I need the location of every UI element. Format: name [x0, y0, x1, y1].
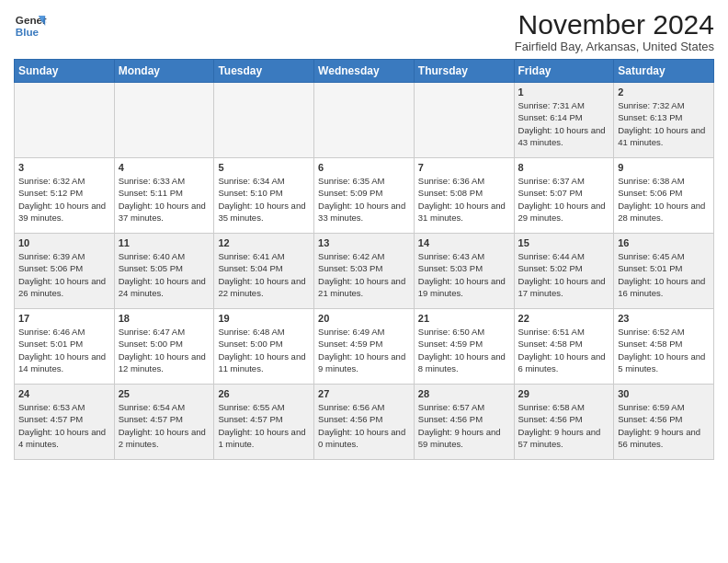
table-row: 15Sunrise: 6:44 AMSunset: 5:02 PMDayligh…	[514, 234, 614, 309]
table-row: 17Sunrise: 6:46 AMSunset: 5:01 PMDayligh…	[15, 309, 115, 385]
day-number: 11	[119, 237, 210, 248]
col-sunday: Sunday	[15, 60, 115, 83]
table-row: 6Sunrise: 6:35 AMSunset: 5:09 PMDaylight…	[314, 158, 415, 234]
table-row: 25Sunrise: 6:54 AMSunset: 4:57 PMDayligh…	[114, 385, 214, 460]
day-info: Sunrise: 6:47 AMSunset: 5:00 PMDaylight:…	[119, 326, 210, 374]
day-info: Sunrise: 6:37 AMSunset: 5:07 PMDaylight:…	[518, 175, 610, 224]
table-row: 18Sunrise: 6:47 AMSunset: 5:00 PMDayligh…	[114, 309, 214, 385]
day-number: 21	[418, 313, 510, 324]
day-info: Sunrise: 6:52 AMSunset: 4:58 PMDaylight:…	[618, 326, 710, 374]
day-info: Sunrise: 6:44 AMSunset: 5:02 PMDaylight:…	[518, 250, 610, 299]
month-title: November 2024	[515, 9, 714, 40]
col-wednesday: Wednesday	[314, 60, 415, 83]
table-row: 12Sunrise: 6:41 AMSunset: 5:04 PMDayligh…	[214, 234, 314, 309]
day-number: 27	[318, 388, 410, 399]
logo: General Blue	[14, 9, 47, 42]
table-row: 27Sunrise: 6:56 AMSunset: 4:56 PMDayligh…	[314, 385, 415, 460]
location: Fairfield Bay, Arkansas, United States	[515, 40, 714, 53]
logo-icon: General Blue	[14, 9, 47, 42]
table-row: 13Sunrise: 6:42 AMSunset: 5:03 PMDayligh…	[314, 234, 415, 309]
day-info: Sunrise: 6:55 AMSunset: 4:57 PMDaylight:…	[218, 401, 310, 450]
day-info: Sunrise: 6:53 AMSunset: 4:57 PMDaylight:…	[18, 401, 110, 450]
day-number: 24	[18, 388, 110, 399]
calendar-week-row: 24Sunrise: 6:53 AMSunset: 4:57 PMDayligh…	[15, 385, 714, 460]
day-number: 1	[518, 86, 610, 98]
table-row: 9Sunrise: 6:38 AMSunset: 5:06 PMDaylight…	[614, 158, 714, 234]
day-info: Sunrise: 6:32 AMSunset: 5:12 PMDaylight:…	[18, 175, 110, 224]
title-block: November 2024 Fairfield Bay, Arkansas, U…	[515, 9, 714, 53]
day-number: 2	[618, 86, 710, 98]
table-row: 30Sunrise: 6:59 AMSunset: 4:56 PMDayligh…	[614, 385, 714, 460]
day-info: Sunrise: 6:50 AMSunset: 4:59 PMDaylight:…	[418, 326, 510, 374]
day-number: 7	[418, 162, 510, 173]
day-info: Sunrise: 6:38 AMSunset: 5:06 PMDaylight:…	[618, 175, 710, 224]
day-number: 19	[218, 313, 310, 324]
table-row	[214, 83, 314, 158]
day-number: 10	[18, 237, 110, 248]
table-row: 22Sunrise: 6:51 AMSunset: 4:58 PMDayligh…	[514, 309, 614, 385]
day-info: Sunrise: 6:58 AMSunset: 4:56 PMDaylight:…	[518, 401, 610, 450]
table-row: 3Sunrise: 6:32 AMSunset: 5:12 PMDaylight…	[15, 158, 115, 234]
table-row: 28Sunrise: 6:57 AMSunset: 4:56 PMDayligh…	[414, 385, 514, 460]
table-row: 24Sunrise: 6:53 AMSunset: 4:57 PMDayligh…	[15, 385, 115, 460]
day-number: 16	[618, 237, 710, 248]
day-info: Sunrise: 6:46 AMSunset: 5:01 PMDaylight:…	[18, 326, 110, 374]
col-friday: Friday	[514, 60, 614, 83]
col-monday: Monday	[114, 60, 214, 83]
day-number: 5	[218, 162, 310, 173]
day-info: Sunrise: 6:33 AMSunset: 5:11 PMDaylight:…	[119, 175, 210, 224]
calendar-week-row: 3Sunrise: 6:32 AMSunset: 5:12 PMDaylight…	[15, 158, 714, 234]
col-saturday: Saturday	[614, 60, 714, 83]
table-row: 26Sunrise: 6:55 AMSunset: 4:57 PMDayligh…	[214, 385, 314, 460]
table-row	[15, 83, 115, 158]
day-number: 8	[518, 162, 610, 173]
day-info: Sunrise: 6:39 AMSunset: 5:06 PMDaylight:…	[18, 250, 110, 299]
table-row	[414, 83, 514, 158]
day-number: 23	[618, 313, 710, 324]
table-row: 21Sunrise: 6:50 AMSunset: 4:59 PMDayligh…	[414, 309, 514, 385]
day-info: Sunrise: 6:36 AMSunset: 5:08 PMDaylight:…	[418, 175, 510, 224]
table-row: 29Sunrise: 6:58 AMSunset: 4:56 PMDayligh…	[514, 385, 614, 460]
table-row: 1Sunrise: 7:31 AMSunset: 6:14 PMDaylight…	[514, 83, 614, 158]
table-row: 11Sunrise: 6:40 AMSunset: 5:05 PMDayligh…	[114, 234, 214, 309]
day-info: Sunrise: 6:45 AMSunset: 5:01 PMDaylight:…	[618, 250, 710, 299]
day-number: 20	[318, 313, 410, 324]
day-info: Sunrise: 7:32 AMSunset: 6:13 PMDaylight:…	[618, 99, 710, 148]
calendar-week-row: 17Sunrise: 6:46 AMSunset: 5:01 PMDayligh…	[15, 309, 714, 385]
table-row: 10Sunrise: 6:39 AMSunset: 5:06 PMDayligh…	[15, 234, 115, 309]
table-row: 14Sunrise: 6:43 AMSunset: 5:03 PMDayligh…	[414, 234, 514, 309]
calendar-table: Sunday Monday Tuesday Wednesday Thursday…	[14, 59, 714, 460]
day-number: 15	[518, 237, 610, 248]
table-row: 20Sunrise: 6:49 AMSunset: 4:59 PMDayligh…	[314, 309, 415, 385]
svg-text:Blue: Blue	[16, 26, 40, 38]
table-row	[314, 83, 415, 158]
table-row: 8Sunrise: 6:37 AMSunset: 5:07 PMDaylight…	[514, 158, 614, 234]
day-info: Sunrise: 6:42 AMSunset: 5:03 PMDaylight:…	[318, 250, 410, 299]
day-info: Sunrise: 6:59 AMSunset: 4:56 PMDaylight:…	[618, 401, 710, 450]
day-info: Sunrise: 6:54 AMSunset: 4:57 PMDaylight:…	[119, 401, 210, 450]
calendar-week-row: 10Sunrise: 6:39 AMSunset: 5:06 PMDayligh…	[15, 234, 714, 309]
day-number: 4	[119, 162, 210, 173]
day-number: 9	[618, 162, 710, 173]
col-thursday: Thursday	[414, 60, 514, 83]
day-number: 29	[518, 388, 610, 399]
table-row: 23Sunrise: 6:52 AMSunset: 4:58 PMDayligh…	[614, 309, 714, 385]
day-number: 18	[119, 313, 210, 324]
col-tuesday: Tuesday	[214, 60, 314, 83]
table-row: 19Sunrise: 6:48 AMSunset: 5:00 PMDayligh…	[214, 309, 314, 385]
day-number: 25	[119, 388, 210, 399]
day-number: 13	[318, 237, 410, 248]
day-info: Sunrise: 6:57 AMSunset: 4:56 PMDaylight:…	[418, 401, 510, 450]
table-row: 2Sunrise: 7:32 AMSunset: 6:13 PMDaylight…	[614, 83, 714, 158]
day-info: Sunrise: 6:56 AMSunset: 4:56 PMDaylight:…	[318, 401, 410, 450]
table-row	[114, 83, 214, 158]
day-info: Sunrise: 6:49 AMSunset: 4:59 PMDaylight:…	[318, 326, 410, 374]
table-row: 5Sunrise: 6:34 AMSunset: 5:10 PMDaylight…	[214, 158, 314, 234]
day-number: 6	[318, 162, 410, 173]
day-info: Sunrise: 7:31 AMSunset: 6:14 PMDaylight:…	[518, 99, 610, 148]
day-number: 17	[18, 313, 110, 324]
day-info: Sunrise: 6:51 AMSunset: 4:58 PMDaylight:…	[518, 326, 610, 374]
table-row: 16Sunrise: 6:45 AMSunset: 5:01 PMDayligh…	[614, 234, 714, 309]
day-info: Sunrise: 6:48 AMSunset: 5:00 PMDaylight:…	[218, 326, 310, 374]
table-row: 7Sunrise: 6:36 AMSunset: 5:08 PMDaylight…	[414, 158, 514, 234]
